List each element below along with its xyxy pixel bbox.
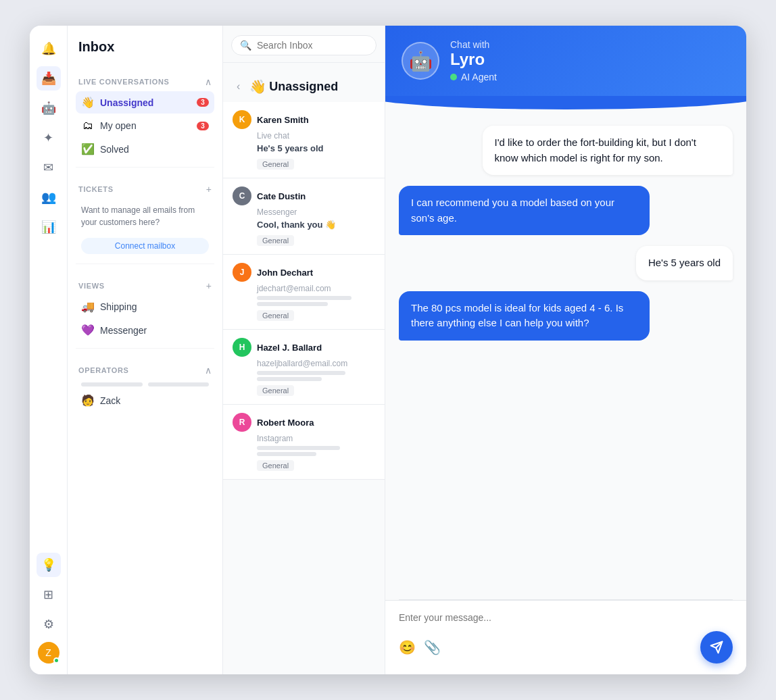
email-nav-icon[interactable]: ✉ — [37, 155, 61, 180]
collapse-operators-icon[interactable]: ∧ — [205, 365, 212, 376]
sidebar-item-solved[interactable]: ✅ Solved — [76, 138, 214, 160]
myopen-badge: 3 — [197, 122, 209, 130]
icon-nav: 🔔 📥 🤖 ✦ ✉ 👥 📊 💡 ⊞ ⚙ Z — [30, 26, 68, 674]
cate-source: Messenger — [233, 207, 375, 217]
operator-bar-1 — [81, 382, 143, 386]
shipping-label: Shipping — [100, 301, 209, 312]
cate-avatar: C — [233, 186, 251, 205]
sidebar-item-zack[interactable]: 🧑 Zack — [76, 389, 214, 411]
add-view-icon[interactable]: + — [206, 280, 212, 291]
bot-name: Lyro — [450, 50, 497, 69]
john-source: jdechart@email.com — [233, 284, 375, 293]
conversation-list: K Karen Smith Live chat He's 5 years old… — [223, 102, 385, 674]
hazel-source: hazeljballard@email.com — [233, 359, 375, 368]
online-indicator — [53, 657, 59, 664]
send-button[interactable] — [700, 631, 733, 664]
search-icon: 🔍 — [240, 40, 251, 51]
karen-name: Karen Smith — [257, 115, 309, 125]
solved-label: Solved — [100, 144, 209, 155]
hazel-lines — [233, 371, 375, 381]
conv-item-hazel[interactable]: H Hazel J. Ballard hazeljballard@email.c… — [223, 330, 385, 405]
grid-icon[interactable]: ⊞ — [37, 582, 61, 607]
collapse-button[interactable]: ‹ — [230, 71, 247, 102]
unassigned-icon: 👋 — [81, 96, 95, 109]
inbox-nav-icon[interactable]: 📥 — [37, 66, 61, 91]
robert-avatar: R — [233, 413, 251, 432]
msg-bot-1: I can recommend you a model based on you… — [399, 186, 650, 235]
bot-nav-icon[interactable]: 🤖 — [37, 96, 61, 120]
john-tag: General — [257, 310, 294, 321]
views-label: VIEWS — [78, 282, 105, 290]
hazel-name: Hazel J. Ballard — [257, 343, 322, 353]
live-conversations-section: LIVE CONVERSATIONS ∧ — [76, 74, 214, 91]
zack-avatar-icon: 🧑 — [81, 394, 95, 407]
ai-agent-label: AI Agent — [461, 72, 497, 82]
chat-header-info: Chat with Lyro AI Agent — [450, 39, 497, 82]
bell-icon[interactable]: 🔔 — [37, 36, 61, 61]
bulb-icon[interactable]: 💡 — [37, 553, 61, 577]
search-area: 🔍 — [223, 26, 385, 63]
conv-item-karen[interactable]: K Karen Smith Live chat He's 5 years old… — [223, 102, 385, 178]
add-ticket-icon[interactable]: + — [206, 184, 212, 195]
chart-nav-icon[interactable]: 📊 — [37, 215, 61, 239]
bot-avatar: 🤖 — [402, 42, 439, 80]
msg-user-1: I'd like to order the fort-building kit,… — [483, 126, 733, 175]
john-name: John Dechart — [257, 268, 313, 278]
msg-user-2: He's 5 years old — [636, 246, 733, 280]
cate-name: Cate Dustin — [257, 191, 306, 201]
user-avatar[interactable]: Z — [38, 642, 59, 664]
cate-tag: General — [257, 235, 294, 246]
messenger-icon: 💜 — [81, 324, 95, 336]
robert-source: Instagram — [233, 434, 375, 443]
attachment-icon[interactable]: 📎 — [424, 639, 441, 655]
chat-message-input[interactable] — [399, 612, 733, 623]
connect-mailbox-button[interactable]: Connect mailbox — [81, 238, 209, 254]
messenger-label: Messenger — [100, 325, 209, 336]
app-container: 🔔 📥 🤖 ✦ ✉ 👥 📊 💡 ⊞ ⚙ Z Inbox LIVE CONVERS… — [30, 26, 746, 674]
unassigned-panel-title: Unassigned — [269, 80, 338, 94]
search-box: 🔍 — [231, 35, 377, 55]
operators-section: OPERATORS ∧ — [76, 362, 214, 380]
sidebar-item-shipping[interactable]: 🚚 Shipping — [76, 295, 214, 318]
chat-with-label: Chat with — [450, 39, 497, 50]
conv-item-cate[interactable]: C Cate Dustin Messenger Cool, thank you … — [223, 178, 385, 255]
tickets-label: TICKETS — [78, 185, 114, 193]
chat-toolbar: 😊 📎 — [399, 631, 733, 664]
chat-panel: 🤖 Chat with Lyro AI Agent I'd like to or… — [385, 26, 746, 674]
myopen-icon: 🗂 — [81, 120, 95, 132]
emoji-icon[interactable]: 😊 — [399, 639, 416, 655]
robert-name: Robert Moora — [257, 418, 314, 428]
cate-preview: Cool, thank you 👋 — [233, 220, 375, 230]
unassigned-badge: 3 — [197, 98, 209, 107]
karen-tag: General — [257, 159, 294, 170]
john-lines — [233, 296, 375, 306]
sidebar: Inbox LIVE CONVERSATIONS ∧ 👋 Unassigned … — [68, 26, 223, 674]
chat-header: 🤖 Chat with Lyro AI Agent — [385, 26, 746, 96]
unassigned-label: Unassigned — [100, 97, 191, 108]
sidebar-title: Inbox — [76, 39, 214, 55]
robert-tag: General — [257, 460, 294, 471]
conv-item-john[interactable]: J John Dechart jdechart@email.com Genera… — [223, 255, 385, 330]
sidebar-item-unassigned[interactable]: 👋 Unassigned 3 — [76, 91, 214, 114]
live-conversations-label: LIVE CONVERSATIONS — [78, 78, 170, 86]
conv-item-robert[interactable]: R Robert Moora Instagram General — [223, 405, 385, 480]
zack-label: Zack — [100, 395, 209, 406]
wave-divider — [385, 96, 746, 109]
ai-agent-badge: AI Agent — [450, 72, 497, 82]
msg-bot-2: The 80 pcs model is ideal for kids aged … — [399, 291, 650, 341]
inbox-panel: 🔍 ‹ 👋 Unassigned K Karen Smith Live chat… — [223, 26, 385, 674]
flow-nav-icon[interactable]: ✦ — [37, 126, 61, 150]
gear-bottom-icon[interactable]: ⚙ — [37, 612, 61, 636]
tickets-info: Want to manage all emails from your cust… — [76, 199, 214, 234]
robert-lines — [233, 446, 375, 456]
sidebar-item-messenger[interactable]: 💜 Messenger — [76, 319, 214, 341]
search-input[interactable] — [257, 40, 368, 51]
team-nav-icon[interactable]: 👥 — [37, 185, 61, 209]
sidebar-item-myopen[interactable]: 🗂 My open 3 — [76, 115, 214, 136]
unassigned-heading-row: ‹ 👋 Unassigned — [223, 63, 385, 102]
hazel-avatar: H — [233, 338, 251, 357]
chat-messages: I'd like to order the fort-building kit,… — [385, 109, 746, 599]
collapse-live-icon[interactable]: ∧ — [205, 76, 212, 87]
chat-input-area: 😊 📎 — [385, 600, 746, 674]
operator-bar-row — [76, 380, 214, 389]
